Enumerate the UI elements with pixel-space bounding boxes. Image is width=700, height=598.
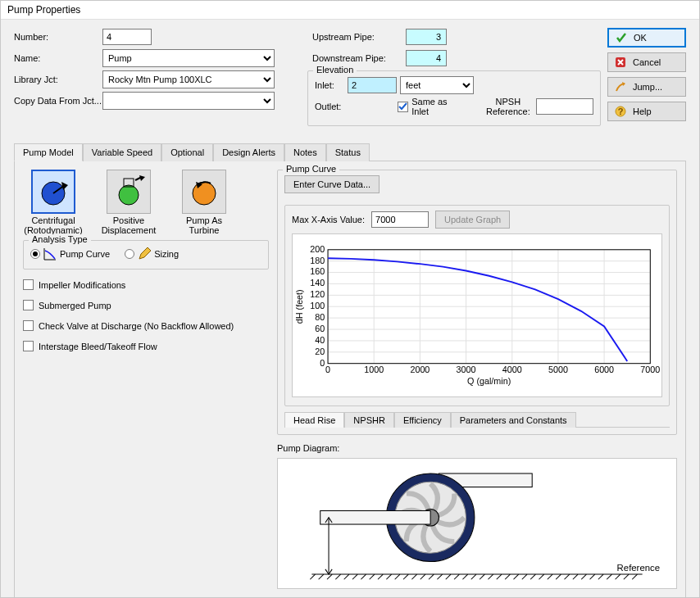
svg-line-73 (471, 574, 476, 579)
svg-text:120: 120 (310, 289, 325, 299)
tab-optional[interactable]: Optional (161, 143, 213, 161)
svg-text:5000: 5000 (548, 365, 568, 374)
library-label: Library Jct: (14, 75, 102, 84)
svg-line-85 (573, 574, 578, 579)
svg-text:dH (feet): dH (feet) (294, 289, 304, 324)
positive-icon (112, 175, 145, 208)
number-label: Number: (14, 32, 102, 42)
subtab-efficiency[interactable]: Efficiency (394, 412, 451, 428)
analysis-legend: Analysis Type (29, 234, 91, 244)
svg-line-55 (319, 574, 324, 579)
maxx-input[interactable] (371, 211, 429, 228)
svg-line-90 (616, 574, 620, 579)
radio-pump-curve[interactable]: Pump Curve (30, 247, 110, 260)
svg-text:3000: 3000 (457, 365, 476, 374)
cancel-icon (615, 57, 626, 68)
svg-line-83 (556, 574, 561, 579)
svg-line-69 (437, 574, 442, 579)
update-graph-button[interactable]: Update Graph (435, 211, 510, 229)
pump-curve-chart: 0100020003000400050006000700002040608010… (292, 233, 662, 397)
subtab-params[interactable]: Parameters and Constants (451, 412, 576, 428)
inlet-input[interactable] (348, 77, 397, 93)
same-as-inlet-check[interactable]: Same as Inlet (398, 97, 465, 116)
ok-button[interactable]: OK (607, 28, 686, 48)
tab-status[interactable]: Status (326, 143, 370, 161)
subtab-npshr[interactable]: NPSHR (344, 412, 394, 428)
same-as-inlet-label: Same as Inlet (411, 97, 466, 116)
pump-diagram: Reference (277, 458, 677, 589)
svg-line-74 (480, 574, 484, 579)
help-icon: ? (615, 106, 626, 117)
svg-text:2000: 2000 (410, 365, 430, 374)
svg-line-62 (378, 574, 383, 579)
svg-line-80 (530, 574, 535, 579)
svg-point-6 (193, 182, 216, 205)
svg-line-75 (488, 574, 493, 579)
jump-icon (615, 81, 626, 93)
svg-line-82 (548, 574, 552, 579)
outlet-label: Outlet: (315, 102, 347, 111)
check-interstage[interactable]: Interstage Bleed/Takeoff Flow (23, 341, 269, 351)
svg-text:7000: 7000 (640, 365, 660, 374)
pump-diagram-label: Pump Diagram: (277, 443, 677, 453)
downstream-value: 4 (406, 50, 447, 66)
svg-line-70 (446, 574, 451, 579)
svg-line-59 (352, 574, 357, 579)
check-valve[interactable]: Check Valve at Discharge (No Backflow Al… (23, 320, 269, 331)
svg-line-86 (581, 574, 586, 579)
svg-line-88 (598, 574, 603, 579)
svg-text:0: 0 (320, 358, 325, 368)
model-turbine[interactable]: Pump As Turbine (174, 170, 234, 235)
svg-line-67 (420, 574, 425, 579)
model-centrifugal[interactable]: Centrifugal (Rotodynamic) (23, 170, 84, 235)
curve-icon (43, 247, 57, 260)
check-submerged[interactable]: Submerged Pump (23, 300, 269, 310)
svg-line-81 (539, 574, 543, 579)
svg-line-57 (335, 574, 340, 579)
upstream-value: 3 (406, 29, 447, 45)
inlet-unit-combo[interactable]: feet (400, 76, 474, 94)
svg-text:4000: 4000 (502, 365, 522, 374)
number-input[interactable] (102, 29, 152, 45)
jump-button[interactable]: Jump... (607, 77, 686, 97)
cancel-button[interactable]: Cancel (607, 52, 686, 72)
enter-curve-button[interactable]: Enter Curve Data... (284, 175, 380, 193)
tab-design-alerts[interactable]: Design Alerts (213, 143, 284, 161)
copydata-label: Copy Data From Jct... (14, 96, 102, 106)
name-combo[interactable]: Pump (102, 49, 275, 67)
svg-line-61 (370, 574, 375, 579)
svg-rect-52 (320, 510, 430, 524)
tab-pump-model[interactable]: Pump Model (14, 143, 83, 161)
svg-line-78 (513, 574, 518, 579)
svg-line-66 (411, 574, 416, 579)
subtab-head-rise[interactable]: Head Rise (284, 412, 344, 428)
maxx-label: Max X-Axis Value: (292, 215, 365, 224)
svg-line-58 (344, 574, 349, 579)
svg-text:0: 0 (325, 365, 330, 374)
tab-notes[interactable]: Notes (284, 143, 326, 161)
pump-curve-legend: Pump Curve (283, 164, 339, 174)
svg-line-65 (403, 574, 408, 579)
radio-sizing[interactable]: Sizing (125, 247, 179, 260)
help-button[interactable]: ? Help (607, 102, 686, 121)
window-title: Pump Properties (1, 1, 699, 20)
svg-line-77 (505, 574, 510, 579)
check-icon (616, 32, 627, 43)
svg-line-71 (454, 574, 459, 579)
library-combo[interactable]: Rocky Mtn Pump 100XLC (102, 70, 275, 88)
svg-line-64 (395, 574, 400, 579)
tab-variable-speed[interactable]: Variable Speed (83, 143, 161, 161)
svg-line-63 (386, 574, 391, 579)
svg-line-68 (429, 574, 434, 579)
copydata-combo[interactable] (102, 92, 275, 110)
model-positive[interactable]: Positive Displacement (98, 170, 159, 235)
svg-text:Reference: Reference (617, 563, 660, 573)
svg-line-54 (310, 574, 315, 579)
svg-text:100: 100 (310, 301, 325, 310)
pencil-icon (138, 247, 151, 260)
npsh-input[interactable] (536, 98, 593, 115)
name-label: Name: (14, 53, 102, 63)
downstream-label: Downstream Pipe: (307, 53, 406, 63)
check-impeller[interactable]: Impeller Modifications (23, 279, 269, 290)
svg-text:180: 180 (310, 256, 325, 265)
